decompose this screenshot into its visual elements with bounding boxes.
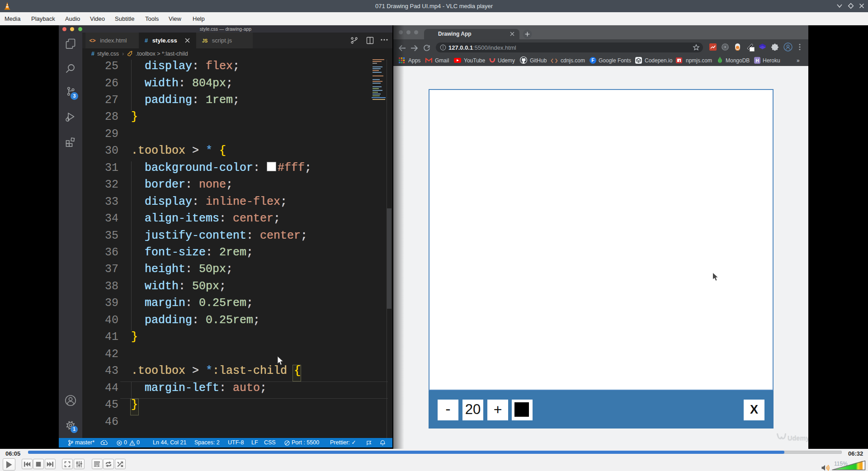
svg-text:H: H [755,58,759,63]
svg-text:F: F [591,57,594,63]
